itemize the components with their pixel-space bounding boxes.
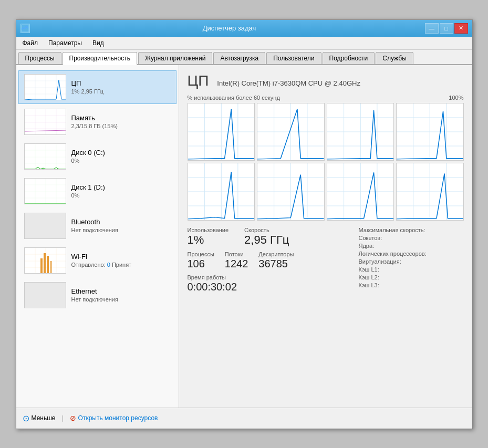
sidebar-item-cpu[interactable]: ЦП 1% 2,95 ГГц	[18, 70, 176, 104]
mem-thumb	[24, 109, 66, 135]
tab-app-history[interactable]: Журнал приложений	[138, 52, 212, 64]
disk1-name: Диск 1 (D:)	[71, 183, 105, 191]
menubar: Файл Параметры Вид	[16, 37, 472, 50]
less-icon: ⊙	[23, 413, 29, 423]
svg-rect-15	[25, 144, 66, 170]
menu-file[interactable]: Файл	[20, 38, 40, 48]
sidebar-item-bluetooth[interactable]: Bluetooth Нет подключения	[18, 209, 176, 243]
titlebar: Диспетчер задач — □ ✕	[16, 20, 472, 37]
cpu-panel-title: ЦП	[188, 72, 209, 89]
stat-threads-value: 1242	[225, 257, 248, 270]
rs-l1: Кэш L1:	[359, 266, 464, 273]
sidebar-item-disk0[interactable]: Диск 0 (C:) 0%	[18, 140, 176, 173]
cpu-name: ЦП	[71, 79, 104, 87]
chart-core-4	[188, 163, 255, 221]
cpu-header: ЦП Intel(R) Core(TM) i7-3630QM CPU @ 2.4…	[188, 72, 464, 89]
window-title: Диспетчер задач	[34, 24, 425, 32]
stat-speed-value: 2,95 ГГц	[244, 233, 289, 247]
rs-l3: Кэш L3:	[359, 282, 464, 288]
stat-speed-label: Скорость	[244, 227, 289, 233]
tab-processes[interactable]: Процессы	[18, 52, 61, 64]
disk1-sub: 0%	[71, 192, 105, 199]
bt-name: Bluetooth	[71, 218, 118, 226]
stats-row-3: Время работы 0:00:30:02	[188, 274, 294, 293]
bt-thumb	[24, 213, 66, 239]
mem-sub: 2,3/15,8 ГБ (15%)	[71, 123, 118, 129]
left-stats: Использование 1% Скорость 2,95 ГГц Проце…	[188, 227, 294, 295]
right-panel: ЦП Intel(R) Core(TM) i7-3630QM CPU @ 2.4…	[179, 65, 472, 408]
minimize-button[interactable]: —	[425, 23, 439, 34]
wifi-thumb	[24, 247, 66, 274]
disk0-sub: 0%	[71, 158, 105, 164]
chart-core-3	[396, 103, 464, 161]
stat-usage-value: 1%	[188, 233, 229, 247]
svg-rect-40	[50, 261, 52, 273]
disk1-info: Диск 1 (D:) 0%	[71, 183, 105, 199]
main-window: Диспетчер задач — □ ✕ Файл Параметры Вид…	[16, 19, 473, 429]
stats-row-2: Процессы 106 Потоки 1242 Дескрипторы 367…	[188, 251, 294, 270]
svg-rect-22	[25, 179, 66, 204]
svg-rect-29	[25, 213, 66, 239]
cpu-info: ЦП 1% 2,95 ГГц	[71, 79, 104, 95]
sidebar-item-ethernet[interactable]: Ethernet Нет подключения	[18, 278, 176, 312]
tab-users[interactable]: Пользователи	[266, 52, 321, 64]
tab-startup[interactable]: Автозагрузка	[213, 52, 265, 64]
disk1-thumb	[24, 178, 66, 204]
chart-label-right: 100%	[449, 95, 463, 101]
footer-divider: |	[61, 414, 63, 422]
eth-thumb	[24, 282, 66, 308]
tabs-bar: Процессы Производительность Журнал прило…	[16, 50, 472, 65]
rs-virt: Виртуализация:	[359, 258, 464, 265]
window-controls: — □ ✕	[425, 23, 468, 34]
sidebar: ЦП 1% 2,95 ГГц	[16, 65, 179, 408]
bt-info: Bluetooth Нет подключения	[71, 218, 118, 233]
svg-rect-39	[47, 256, 49, 273]
svg-rect-37	[40, 258, 43, 273]
chart-core-2	[327, 103, 394, 161]
mem-info: Память 2,3/15,8 ГБ (15%)	[71, 114, 118, 129]
monitor-label: Открыть монитор ресурсов	[78, 414, 158, 422]
cpu-sub: 1% 2,95 ГГц	[71, 88, 104, 95]
menu-params[interactable]: Параметры	[46, 38, 84, 48]
chart-core-0	[188, 103, 255, 161]
svg-rect-41	[25, 283, 66, 308]
less-label: Меньше	[32, 414, 56, 422]
wifi-sub: Отправлено: 0 Принят	[71, 262, 132, 268]
chart-core-5	[257, 163, 325, 221]
stats-row-1: Использование 1% Скорость 2,95 ГГц	[188, 227, 294, 247]
chart-core-6	[327, 163, 394, 221]
stat-usage: Использование 1%	[188, 227, 229, 247]
less-button[interactable]: ⊙ Меньше	[23, 413, 56, 423]
rs-l2: Кэш L2:	[359, 274, 464, 280]
tab-performance[interactable]: Производительность	[63, 52, 137, 65]
maximize-button[interactable]: □	[440, 23, 453, 34]
monitor-icon: ⊘	[70, 414, 76, 422]
stat-uptime-value: 0:00:30:02	[188, 280, 294, 293]
mem-name: Память	[71, 114, 118, 122]
stat-handles-label: Дескрипторы	[258, 251, 294, 257]
app-icon	[20, 24, 30, 33]
disk0-info: Диск 0 (C:) 0%	[71, 149, 105, 164]
stat-processes-value: 106	[188, 257, 214, 270]
monitor-link[interactable]: ⊘ Открыть монитор ресурсов	[70, 414, 158, 422]
sidebar-item-disk1[interactable]: Диск 1 (D:) 0%	[18, 174, 176, 208]
sidebar-item-memory[interactable]: Память 2,3/15,8 ГБ (15%)	[18, 105, 176, 139]
stat-processes: Процессы 106	[188, 251, 214, 270]
rs-sockets: Сокетов:	[359, 235, 464, 241]
stat-handles: Дескрипторы 36785	[258, 251, 294, 270]
rs-cores: Ядра:	[359, 243, 464, 249]
chart-label-row: % использования более 60 секунд 100%	[188, 95, 464, 101]
tab-details[interactable]: Подробности	[323, 52, 375, 64]
close-button[interactable]: ✕	[454, 23, 468, 34]
sidebar-item-wifi[interactable]: Wi-Fi Отправлено: 0 Принят	[18, 244, 176, 277]
stat-usage-label: Использование	[188, 227, 229, 233]
stats-area: Использование 1% Скорость 2,95 ГГц Проце…	[188, 227, 464, 295]
stat-handles-value: 36785	[258, 257, 294, 270]
tab-services[interactable]: Службы	[376, 52, 413, 64]
cpu-thumb	[24, 74, 66, 100]
main-content: ЦП 1% 2,95 ГГц	[16, 65, 472, 408]
menu-view[interactable]: Вид	[90, 38, 106, 48]
stat-uptime-label: Время работы	[188, 274, 294, 280]
rs-maxspeed: Максимальная скорость:	[359, 227, 464, 233]
bt-sub: Нет подключения	[71, 227, 118, 233]
